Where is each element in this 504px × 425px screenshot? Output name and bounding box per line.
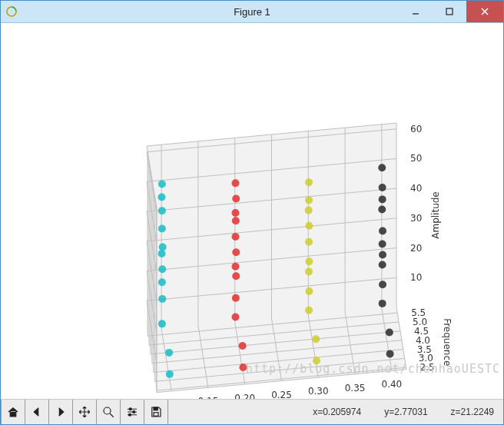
maximize-button[interactable] — [433, 1, 466, 22]
svg-point-83 — [158, 265, 166, 273]
coord-y: y=2.77031 — [384, 407, 427, 417]
svg-point-116 — [379, 184, 386, 191]
save-button[interactable] — [144, 400, 168, 424]
svg-point-80 — [158, 207, 166, 214]
svg-point-89 — [231, 233, 239, 241]
svg-point-88 — [231, 263, 239, 271]
svg-point-124 — [133, 411, 135, 413]
svg-point-101 — [305, 267, 313, 275]
svg-point-92 — [232, 294, 240, 302]
svg-point-119 — [379, 227, 386, 234]
svg-text:0.25: 0.25 — [271, 390, 292, 399]
svg-text:20: 20 — [410, 243, 422, 254]
app-icon — [5, 5, 18, 18]
svg-point-90 — [231, 209, 239, 217]
svg-text:0.40: 0.40 — [382, 379, 403, 390]
svg-text:Amplitude: Amplitude — [430, 191, 441, 239]
watermark-text: http://blog.csdn.net/chenhaoUESTC — [246, 362, 500, 376]
svg-point-103 — [305, 196, 313, 204]
svg-rect-127 — [154, 413, 158, 417]
svg-text:0.20: 0.20 — [234, 393, 255, 399]
svg-point-78 — [158, 278, 166, 286]
svg-text:Frequence: Frequence — [442, 318, 453, 366]
navigation-toolbar: x=0.205974 y=2.77031 z=21.2249 — [1, 399, 503, 424]
svg-point-84 — [159, 244, 167, 251]
svg-point-108 — [312, 335, 320, 343]
svg-point-93 — [232, 217, 240, 224]
svg-point-110 — [378, 206, 386, 214]
svg-point-82 — [158, 295, 166, 303]
coord-x: x=0.205974 — [313, 407, 361, 417]
svg-point-81 — [158, 180, 166, 188]
titlebar[interactable]: Figure 1 — [1, 1, 503, 23]
svg-point-76 — [158, 193, 166, 201]
svg-point-86 — [166, 370, 174, 378]
svg-point-77 — [158, 320, 166, 327]
svg-point-112 — [379, 300, 386, 307]
svg-rect-2 — [446, 8, 453, 15]
back-button[interactable] — [25, 400, 49, 424]
svg-point-75 — [158, 250, 166, 257]
svg-point-102 — [305, 238, 313, 246]
svg-point-114 — [379, 240, 386, 247]
figure-canvas[interactable]: 1020304050600.100.150.200.250.300.350.40… — [1, 23, 503, 399]
svg-rect-126 — [154, 407, 158, 410]
coord-z: z=21.2249 — [451, 407, 494, 417]
svg-point-91 — [231, 179, 239, 187]
svg-text:0.30: 0.30 — [308, 386, 329, 397]
coordinate-readout: x=0.205974 y=2.77031 z=21.2249 — [313, 400, 494, 424]
svg-point-87 — [231, 314, 239, 321]
svg-point-113 — [379, 261, 386, 269]
svg-text:5.5: 5.5 — [411, 307, 426, 318]
configure-subplots-button[interactable] — [121, 400, 144, 424]
svg-point-121 — [386, 350, 394, 357]
pan-button[interactable] — [73, 400, 97, 424]
svg-text:40: 40 — [410, 183, 422, 194]
forward-button[interactable] — [49, 400, 73, 424]
svg-point-118 — [379, 251, 386, 258]
window-controls — [399, 1, 503, 22]
svg-point-96 — [232, 195, 240, 203]
zoom-button[interactable] — [97, 400, 121, 424]
svg-text:60: 60 — [410, 124, 422, 134]
svg-text:10: 10 — [410, 272, 422, 283]
axes3d[interactable]: 1020304050600.100.150.200.250.300.350.40… — [1, 23, 503, 399]
svg-point-115 — [379, 195, 386, 203]
svg-point-95 — [232, 248, 240, 256]
svg-point-123 — [129, 408, 131, 410]
svg-point-105 — [305, 287, 313, 295]
svg-text:50: 50 — [410, 153, 422, 164]
svg-point-79 — [158, 224, 166, 232]
svg-point-106 — [305, 257, 313, 265]
home-button[interactable] — [1, 400, 25, 424]
svg-point-122 — [104, 407, 111, 414]
svg-point-94 — [232, 272, 240, 280]
svg-point-85 — [165, 349, 173, 357]
svg-point-117 — [379, 281, 386, 288]
svg-point-100 — [305, 307, 313, 314]
svg-text:0.35: 0.35 — [345, 383, 366, 393]
svg-text:30: 30 — [410, 213, 422, 224]
svg-point-97 — [239, 342, 247, 350]
close-button[interactable] — [466, 1, 503, 22]
svg-point-111 — [378, 164, 386, 171]
svg-point-104 — [305, 178, 313, 186]
svg-point-120 — [386, 328, 393, 336]
svg-point-99 — [305, 207, 313, 214]
svg-point-107 — [305, 222, 313, 230]
matplotlib-figure-window: Figure 1 1020304050600.100.150.200.250.3… — [0, 0, 504, 425]
minimize-button[interactable] — [399, 1, 433, 22]
svg-point-125 — [129, 413, 131, 416]
